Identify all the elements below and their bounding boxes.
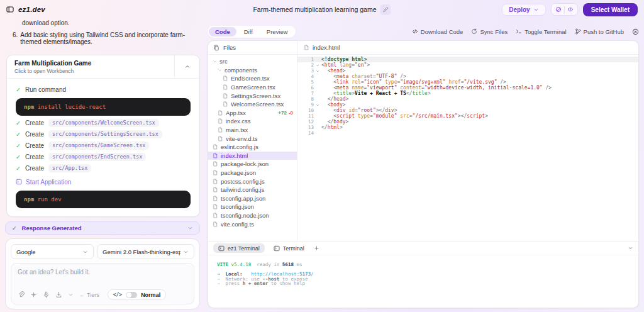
sidebar-toggle-icon[interactable] xyxy=(6,6,14,13)
tree-folder-components[interactable]: components xyxy=(208,66,297,75)
file-name: index.css xyxy=(226,118,251,125)
tree-file-index-css[interactable]: index.css xyxy=(208,117,297,126)
code-line: 2<html lang="en"> xyxy=(297,62,638,68)
action-label: Create xyxy=(25,165,44,172)
deleted-lines-badge: -0 xyxy=(289,110,293,116)
microphone-icon[interactable] xyxy=(43,291,50,298)
terminal-tab-default[interactable]: Terminal xyxy=(269,243,309,253)
tree-file-main-tsx[interactable]: main.tsx xyxy=(208,126,297,135)
workbench-area: Code Diff Preview Download Code Sync Fil… xyxy=(208,25,639,308)
artifact-header[interactable]: Farm Multiplication Game Click to open W… xyxy=(7,55,199,79)
line-number: 8 xyxy=(297,96,314,102)
tree-file-welcomescreen-tsx[interactable]: WelcomeScreen.tsx xyxy=(208,100,297,109)
tree-folder-src[interactable]: src xyxy=(208,57,297,66)
tab-diff[interactable]: Diff xyxy=(238,27,259,36)
file-path-chip[interactable]: src/components/EndScreen.tsx xyxy=(48,153,146,161)
chevron-down-icon xyxy=(82,249,88,255)
tree-file-endscreen-tsx[interactable]: EndScreen.tsx xyxy=(208,74,297,83)
deploy-button[interactable]: Deploy xyxy=(502,4,545,16)
file-path-chip[interactable]: src/components/WelcomeScreen.tsx xyxy=(48,119,159,127)
chevron-down-icon[interactable] xyxy=(68,292,74,298)
toggle-terminal-button[interactable]: Toggle Terminal xyxy=(516,28,566,35)
tree-file-tsconfig-node-json[interactable]: tsconfig.node.json xyxy=(208,211,297,220)
editor-tab-index-html[interactable]: index.html xyxy=(297,41,638,55)
file-path-chip[interactable]: src/App.tsx xyxy=(48,164,91,172)
code-line: 6 <meta name="viewport" content="width=d… xyxy=(297,85,638,91)
file-icon xyxy=(213,196,218,201)
file-icon xyxy=(213,179,218,184)
mode-toggle[interactable]: </> Normal xyxy=(108,289,166,300)
tree-file-gamescreen-tsx[interactable]: GameScreen.tsx xyxy=(208,83,297,92)
response-generated-label: Response Generated xyxy=(22,225,82,231)
sync-files-button[interactable]: Sync Files xyxy=(471,28,508,35)
tree-file-app-tsx[interactable]: App.tsx+72-0 xyxy=(208,109,297,118)
provider-select[interactable]: Google xyxy=(11,244,94,259)
tab-code[interactable]: Code xyxy=(209,27,236,36)
code-mode-icon: </> xyxy=(113,292,122,298)
response-generated-bar[interactable]: ✓ Response Generated xyxy=(5,221,200,235)
code-text: </html> xyxy=(321,125,343,130)
community-button[interactable] xyxy=(553,5,564,14)
tree-file-tailwind-config-js[interactable]: tailwind.config.js xyxy=(208,186,297,194)
tree-file-vite-env-d-ts[interactable]: vite-env.d.ts xyxy=(208,134,297,143)
edit-title-button[interactable] xyxy=(380,4,391,15)
select-wallet-button[interactable]: Select Wallet xyxy=(583,3,638,16)
composer-toolbar: ←Tiers </> Normal xyxy=(18,289,189,300)
file-icon xyxy=(304,45,309,50)
file-name: GameScreen.tsx xyxy=(231,84,275,91)
chat-scroll-area[interactable]: download option. 6. Add basic styling us… xyxy=(5,19,201,218)
mode-switch[interactable] xyxy=(126,292,137,298)
file-icon xyxy=(218,136,223,142)
start-application-link[interactable]: Start Application xyxy=(16,179,191,186)
left-arrow-icon: ← xyxy=(79,292,85,298)
app-logo[interactable]: ez1.dev xyxy=(18,6,45,13)
fold-chevron-icon[interactable] xyxy=(314,68,321,74)
model-select[interactable]: Gemini 2.0 Flash-thinking-exp-01-21 xyxy=(97,244,194,259)
code-line: 5 <link rel="icon" type="image/svg+xml" … xyxy=(297,79,638,85)
file-icon xyxy=(218,110,223,116)
tree-file-tsconfig-json[interactable]: tsconfig.json xyxy=(208,203,297,211)
code-line: 14 xyxy=(297,130,638,136)
tree-file-eslint-config-js[interactable]: eslint.config.js xyxy=(208,143,297,152)
import-icon[interactable] xyxy=(55,291,62,298)
code-icon xyxy=(412,28,418,35)
command-block[interactable]: npm install lucide-react xyxy=(16,98,191,116)
push-github-button[interactable]: Push to GitHub xyxy=(575,28,624,35)
fold-gutter xyxy=(314,119,321,125)
artifact-collapse-button[interactable] xyxy=(174,55,199,78)
tree-file-index-html[interactable]: index.html xyxy=(208,152,297,160)
tree-file-package-lock-json[interactable]: package-lock.json xyxy=(208,160,297,169)
terminal-tab-ez1[interactable]: ez1 Terminal xyxy=(213,243,265,253)
tiers-label: Tiers xyxy=(87,292,99,298)
tree-file-package-json[interactable]: package.json xyxy=(208,169,297,177)
tree-file-vite-config-ts[interactable]: vite.config.ts xyxy=(208,220,297,228)
artifact-subtitle: Click to open Workbench xyxy=(14,68,167,74)
terminal-output[interactable]: VITE v5.4.18 ready in 5618 ms → Local: h… xyxy=(208,255,638,293)
tab-preview[interactable]: Preview xyxy=(260,27,294,36)
attachment-icon[interactable] xyxy=(18,291,25,298)
command-block[interactable]: npm run dev xyxy=(16,191,191,208)
add-terminal-button[interactable] xyxy=(314,245,319,251)
fold-chevron-icon[interactable] xyxy=(314,62,321,68)
action-label: Create xyxy=(25,142,44,149)
fold-chevron-icon[interactable] xyxy=(314,102,321,108)
tree-file-settingsscreen-tsx[interactable]: SettingsScreen.tsx xyxy=(208,91,297,100)
enhance-prompt-icon[interactable] xyxy=(30,291,37,298)
tiers-link[interactable]: ←Tiers xyxy=(79,292,99,298)
start-application-label: Start Application xyxy=(26,179,71,186)
file-path-chip[interactable]: src/components/SettingsScreen.tsx xyxy=(48,130,162,138)
tree-file-postcss-config-js[interactable]: postcss.config.js xyxy=(208,177,297,186)
push-github-label: Push to GitHub xyxy=(584,28,624,35)
file-icon xyxy=(213,161,218,167)
tree-file-tsconfig-app-json[interactable]: tsconfig.app.json xyxy=(208,194,297,203)
prompt-input[interactable]: Got an idea? Let's build it. ←Tiers </> … xyxy=(11,263,194,304)
code-editor[interactable]: 1<!doctype html>2<html lang="en">3 <head… xyxy=(297,55,638,241)
close-workbench-icon[interactable] xyxy=(632,28,639,35)
line-number: 9 xyxy=(297,102,314,108)
embed-code-button[interactable] xyxy=(565,5,575,14)
chevron-down-icon[interactable] xyxy=(628,245,633,251)
action-create-file: ✓Createsrc/components/WelcomeScreen.tsx xyxy=(16,119,191,127)
file-path-chip[interactable]: src/components/GameScreen.tsx xyxy=(48,142,149,150)
download-code-button[interactable]: Download Code xyxy=(412,28,464,35)
file-icon xyxy=(223,75,228,81)
